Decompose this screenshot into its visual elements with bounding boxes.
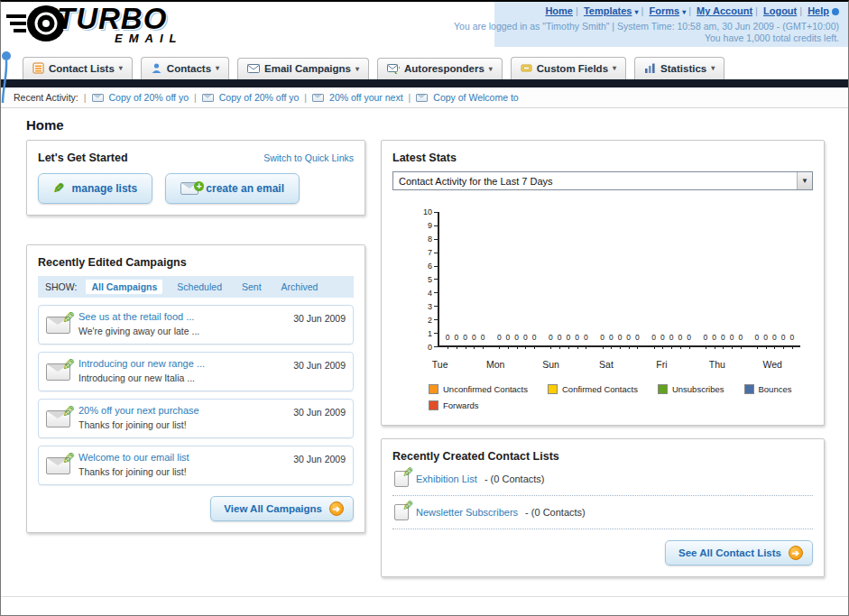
envelope-pencil-icon (46, 410, 70, 428)
recent-contact-lists-panel: Recently Created Contact Lists Exhibitio… (381, 438, 825, 577)
legend-item: Confirmed Contacts (548, 384, 638, 394)
tab-custom-fields[interactable]: Custom Fields▾ (511, 57, 626, 79)
bar-value-label: 0 (703, 333, 707, 345)
bar-value-label: 0 (790, 333, 795, 345)
campaign-title-link[interactable]: See us at the retail food ... (78, 311, 285, 322)
campaign-row[interactable]: See us at the retail food ... We're givi… (38, 305, 354, 345)
right-column: Latest Stats Contact Activity for the La… (381, 140, 825, 577)
credits-info: You have 1,000 total credits left. (705, 32, 839, 43)
bar-value-label: 0 (712, 333, 716, 345)
filter-sent[interactable]: Sent (236, 280, 267, 294)
switch-quick-links-link[interactable]: Switch to Quick Links (263, 152, 354, 163)
chart-x-labels: TueMonSunSatFriThuWed (412, 359, 800, 370)
legend-item: Unconfirmed Contacts (429, 384, 528, 394)
bar-value-label: 0 (763, 333, 768, 345)
envelope-icon (202, 94, 214, 102)
see-all-contact-lists-button[interactable]: See All Contact Lists ➔ (665, 540, 813, 565)
bar-group: 00000 (491, 333, 542, 345)
filter-all-campaigns[interactable]: All Campaigns (86, 280, 162, 294)
arrow-right-icon: ➔ (329, 501, 344, 516)
tab-statistics[interactable]: Statistics▾ (634, 57, 724, 79)
y-tick-label: 1 (418, 326, 438, 340)
campaign-row[interactable]: 20% off your next purchase Thanks for jo… (38, 399, 354, 438)
separator: | (84, 92, 87, 103)
campaign-title-link[interactable]: 20% off your next purchase (78, 405, 285, 416)
bar-value-label: 0 (514, 333, 519, 345)
panel-title: Recently Edited Campaigns (38, 256, 354, 269)
campaign-row[interactable]: Welcome to our email list Thanks for joi… (38, 446, 354, 485)
help-dot-icon (832, 8, 839, 15)
chevron-down-icon: ▼ (797, 172, 812, 189)
link-help[interactable]: Help (807, 5, 829, 16)
recently-edited-campaigns-panel: Recently Edited Campaigns SHOW: All Camp… (26, 244, 365, 533)
stats-period-dropdown[interactable]: Contact Activity for the Last 7 Days ▼ (392, 171, 813, 190)
x-tick-label: Tue (412, 359, 467, 370)
show-label: SHOW: (45, 281, 77, 292)
tab-contact-lists[interactable]: Contact Lists▾ (23, 57, 133, 79)
y-tick-label: 0 (418, 340, 438, 354)
filter-scheduled[interactable]: Scheduled (171, 280, 227, 294)
link-home[interactable]: Home (545, 5, 573, 16)
campaign-filter-bar: SHOW: All Campaigns Scheduled Sent Archi… (38, 276, 354, 298)
recent-activity-label: Recent Activity: (14, 92, 78, 103)
tab-autoresponders[interactable]: Autoresponders▾ (377, 58, 503, 79)
link-my-account[interactable]: My Account (697, 5, 752, 16)
chevron-down-icon: ▾ (489, 65, 493, 73)
campaign-text: See us at the retail food ... We're givi… (78, 311, 285, 338)
bar-value-label: 0 (738, 333, 743, 345)
campaign-row[interactable]: Introducing our new range ... Introducin… (38, 352, 354, 391)
contact-list-count: - (0 Contacts) (525, 507, 586, 518)
bar-value-label: 0 (609, 333, 614, 345)
button-label: create an email (206, 182, 284, 195)
legend-item: Unsubscribes (658, 384, 724, 394)
recent-activity-item[interactable]: Copy of Welcome to (433, 92, 518, 103)
tab-email-campaigns[interactable]: Email Campaigns▾ (237, 58, 369, 79)
contact-list-row[interactable]: Newsletter Subscribers - (0 Contacts) (392, 496, 813, 529)
view-all-campaigns-button[interactable]: View All Campaigns ➔ (210, 496, 354, 521)
main-content: Let's Get Started Switch to Quick Links … (1, 140, 848, 577)
campaign-title-link[interactable]: Introducing our new range ... (78, 358, 285, 369)
campaign-text: 20% off your next purchase Thanks for jo… (78, 405, 285, 432)
contact-list-link[interactable]: Exhibition List (416, 473, 477, 484)
y-tick-label: 9 (418, 219, 438, 233)
contact-list-link[interactable]: Newsletter Subscribers (416, 507, 518, 518)
link-templates[interactable]: Templates (584, 5, 632, 16)
link-forms[interactable]: Forms (649, 5, 679, 16)
legend-label: Unconfirmed Contacts (443, 384, 528, 394)
contact-lists-footer: See All Contact Lists ➔ (392, 540, 813, 565)
chevron-down-icon: ▾ (711, 64, 715, 72)
campaigns-footer: View All Campaigns ➔ (38, 496, 354, 521)
arrow-right-icon: ➔ (789, 546, 803, 560)
separator: | (194, 92, 197, 103)
bar-value-label: 0 (626, 333, 631, 345)
contact-list-row[interactable]: Exhibition List - (0 Contacts) (392, 463, 813, 496)
recent-activity-item[interactable]: Copy of 20% off yo (219, 92, 300, 103)
filter-archived[interactable]: Archived (276, 280, 324, 294)
latest-stats-panel: Latest Stats Contact Activity for the La… (381, 140, 825, 426)
manage-lists-button[interactable]: ✎ manage lists (38, 173, 152, 204)
bar-value-label: 0 (446, 333, 450, 345)
bar-value-label: 0 (532, 333, 537, 345)
logo-wordmark-turbo: TURBO (57, 4, 182, 33)
tab-label: Statistics (660, 63, 706, 74)
legend-label: Unsubscribes (672, 384, 724, 394)
envelope-icon (416, 94, 428, 102)
y-tick-label: 7 (418, 246, 438, 260)
tab-label: Autoresponders (404, 63, 484, 74)
link-logout[interactable]: Logout (763, 5, 797, 16)
recent-activity-item[interactable]: 20% off your next (329, 92, 403, 103)
bar-value-label: 0 (678, 333, 683, 345)
campaign-subtitle: Thanks for joining our list! (78, 466, 187, 477)
recent-activity-item[interactable]: Copy of 20% off yo (109, 92, 189, 103)
chevron-down-icon: ▾ (119, 64, 123, 72)
statistics-icon (644, 62, 656, 74)
get-started-panel: Let's Get Started Switch to Quick Links … (26, 140, 365, 216)
create-email-button[interactable]: create an email (165, 173, 300, 204)
bar-group: 00000 (542, 333, 594, 345)
campaign-title-link[interactable]: Welcome to our email list (78, 452, 285, 463)
tab-contacts[interactable]: Contacts▾ (141, 57, 229, 79)
bar-group: 00000 (646, 333, 697, 345)
bar-value-label: 0 (651, 333, 656, 345)
contacts-icon (151, 62, 162, 74)
chart-y-axis: 109876543210 (418, 206, 438, 354)
